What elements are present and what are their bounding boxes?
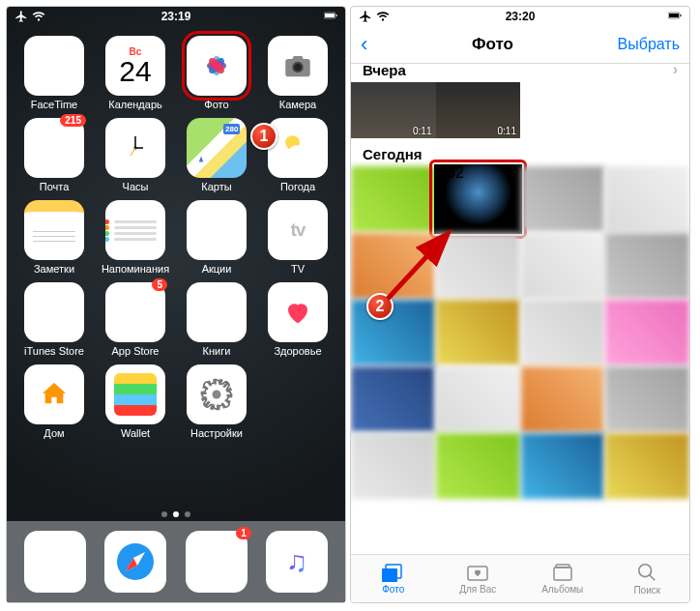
dock-messages[interactable]: 1 (186, 531, 248, 593)
nav-title: Фото (472, 35, 513, 54)
app-maps[interactable]: 280Карты (179, 118, 254, 192)
tab-photos[interactable]: Фото (351, 555, 436, 602)
chevron-right-icon: › (673, 61, 678, 78)
thumb[interactable] (605, 300, 689, 365)
thumb-yesterday-1[interactable]: 0:11 (351, 82, 436, 138)
thumb[interactable] (436, 366, 520, 432)
app-health[interactable]: Здоровье (260, 282, 335, 357)
thumb[interactable] (605, 233, 689, 299)
app-facetime[interactable]: FaceTime (16, 36, 92, 110)
app-photos[interactable]: Фото (179, 36, 254, 110)
svg-rect-1 (325, 14, 335, 17)
svg-rect-26 (681, 15, 682, 16)
app-tv[interactable]: tvTV (260, 200, 335, 275)
thumb[interactable] (521, 433, 605, 499)
app-home[interactable]: Дом (16, 364, 92, 439)
tab-albums[interactable]: Альбомы (520, 555, 605, 602)
status-bar: 23:19 (7, 7, 345, 26)
dock-phone[interactable] (24, 531, 86, 593)
status-time: 23:20 (506, 10, 536, 23)
thumb[interactable] (605, 166, 689, 232)
thumb[interactable] (521, 233, 605, 299)
page-dots[interactable] (161, 511, 190, 517)
svg-point-33 (639, 565, 652, 577)
battery-icon (668, 9, 682, 25)
battery-icon (324, 9, 337, 25)
svg-rect-25 (669, 14, 679, 17)
app-reminders[interactable]: Напоминания (98, 200, 173, 275)
thumb[interactable] (351, 433, 435, 499)
thumb[interactable] (605, 366, 689, 432)
tab-search[interactable]: Поиск (605, 555, 690, 602)
app-camera[interactable]: Камера (260, 36, 335, 110)
photos-icon (187, 36, 247, 96)
dock: 1 ♫ (7, 521, 345, 602)
thumb[interactable] (605, 433, 689, 499)
svg-rect-29 (382, 568, 397, 582)
albums-tab-icon (551, 563, 574, 582)
app-stocks[interactable]: Акции (179, 200, 254, 275)
callout-1: 1 (250, 123, 277, 150)
app-clock[interactable]: Часы (98, 118, 173, 192)
status-bar: 23:20 (351, 7, 689, 26)
svg-rect-2 (336, 15, 337, 16)
home-screen: 23:19 FaceTime Вс24Календарь (6, 6, 346, 603)
app-books[interactable]: Книги (179, 282, 254, 357)
thumb-yesterday-2[interactable]: 0:11 (436, 82, 521, 138)
photos-app: 23:20 ‹ Фото Выбрать Вчера › 0:11 0:11 С… (350, 6, 690, 603)
thumb[interactable] (351, 366, 435, 432)
photos-tab-icon (382, 563, 405, 582)
arrow-annotation (378, 221, 465, 308)
thumb[interactable] (521, 366, 605, 432)
dock-safari[interactable] (104, 531, 166, 593)
airplane-icon (15, 10, 28, 23)
app-calendar[interactable]: Вс24Календарь (98, 36, 173, 110)
thumb[interactable] (436, 433, 520, 499)
app-itunes[interactable]: ★iTunes Store (16, 282, 92, 357)
thumb[interactable] (521, 166, 605, 232)
app-notes[interactable]: Заметки (16, 200, 92, 275)
thumb[interactable] (436, 300, 520, 365)
app-appstore[interactable]: 5App Store (98, 282, 173, 357)
svg-line-34 (650, 575, 656, 581)
svg-rect-32 (556, 565, 569, 567)
app-mail[interactable]: 215Почта (16, 118, 92, 192)
search-tab-icon (636, 562, 657, 583)
wifi-icon (376, 10, 390, 23)
app-settings[interactable]: Настройки (179, 364, 254, 439)
wifi-icon (32, 10, 45, 23)
section-yesterday[interactable]: Вчера › (351, 53, 689, 82)
svg-point-20 (213, 391, 221, 399)
status-time: 23:19 (161, 10, 191, 23)
foryou-tab-icon (466, 563, 489, 582)
svg-rect-3 (44, 60, 58, 73)
tab-bar: Фото Для Вас Альбомы Поиск (351, 554, 689, 602)
photos-highlight (182, 31, 251, 101)
svg-point-13 (294, 64, 301, 71)
app-wallet[interactable]: Wallet (98, 364, 173, 439)
tab-foryou[interactable]: Для Вас (436, 555, 521, 602)
svg-rect-31 (554, 567, 571, 580)
svg-line-27 (388, 236, 446, 299)
airplane-icon (359, 10, 372, 23)
thumb[interactable] (521, 300, 605, 365)
select-button[interactable]: Выбрать (618, 36, 680, 53)
dock-music[interactable]: ♫ (266, 531, 328, 593)
